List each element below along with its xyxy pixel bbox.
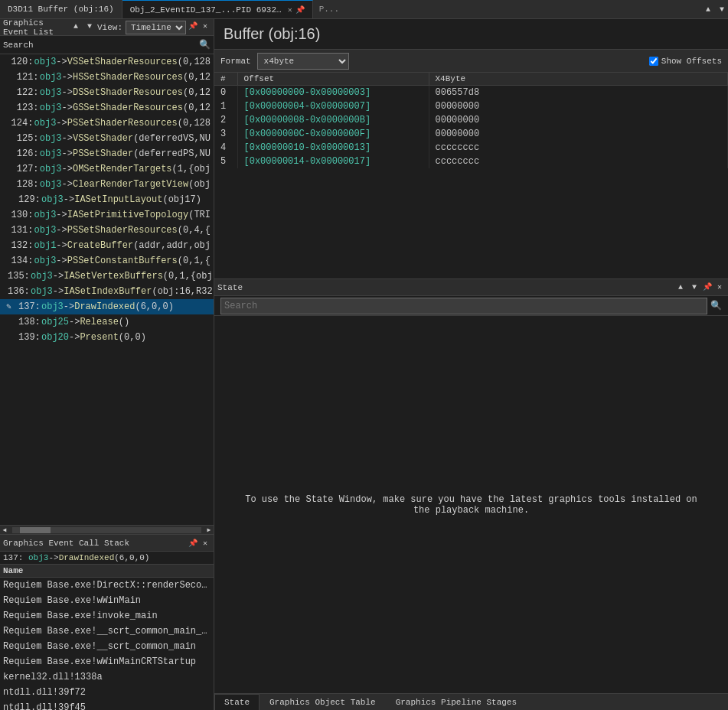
buffer-table-container[interactable]: #OffsetX4Byte 0[0x00000000-0x00000003]00… bbox=[214, 73, 728, 278]
event-list-item[interactable]: 130: obj3->IASetPrimitiveTopology(TRI bbox=[0, 207, 214, 223]
event-search-input[interactable] bbox=[37, 41, 199, 50]
event-list-item[interactable]: 139: obj20->Present(0,0) bbox=[0, 330, 214, 345]
event-obj: obj3 bbox=[31, 285, 53, 298]
callstack-item[interactable]: Requiem Base.exe!wWinMainCRTStartup bbox=[0, 654, 214, 669]
event-list-item[interactable]: 124: obj3->PSSetShaderResources(0,128 bbox=[0, 116, 214, 131]
event-list-item[interactable]: 126: obj3->PSSetShader(deferredPS,NU bbox=[0, 146, 214, 161]
callstack-item[interactable]: kernel32.dll!1338a bbox=[0, 669, 214, 685]
state-close-btn[interactable]: ✕ bbox=[714, 282, 725, 292]
event-obj: obj3 bbox=[40, 147, 62, 161]
state-pin-btn[interactable]: 📌 bbox=[702, 282, 713, 292]
callstack-item[interactable]: Requiem Base.exe!wWinMain bbox=[0, 593, 214, 608]
event-list-item[interactable]: 127: obj3->OMSetRenderTargets(1,{obj bbox=[0, 161, 214, 177]
event-params: (addr,addr,obj bbox=[133, 239, 211, 252]
event-method: GSSetShaderResources bbox=[73, 101, 183, 115]
state-nav-down-btn[interactable]: ▼ bbox=[688, 282, 700, 294]
event-list-hscrollbar[interactable]: ◀ ▶ bbox=[0, 525, 214, 534]
callstack-list[interactable]: Requiem Base.exe!DirectX::renderSecondPa… bbox=[0, 578, 214, 710]
buffer-row-index: 2 bbox=[214, 113, 237, 127]
buffer-table-row: 3[0x0000000C-0x0000000F]00000000 bbox=[214, 127, 728, 141]
show-offsets-checkbox[interactable] bbox=[649, 57, 658, 66]
event-nav-down-btn[interactable]: ▼ bbox=[83, 21, 96, 33]
bottom-tab-graphics-object-table[interactable]: Graphics Object Table bbox=[260, 694, 386, 710]
format-select[interactable]: x4bytefloatintuint bbox=[257, 53, 349, 70]
hscroll-track[interactable] bbox=[12, 527, 201, 533]
event-method: VSSetShaderResources bbox=[67, 55, 178, 69]
event-list-item[interactable]: 121: obj3->HSSetShaderResources(0,12 bbox=[0, 70, 214, 85]
event-arrow: -> bbox=[62, 162, 73, 176]
event-params: (obj17) bbox=[162, 193, 201, 207]
event-params: (0,1,{obj:1 bbox=[163, 269, 214, 283]
tab-nav-up[interactable]: ▲ bbox=[702, 3, 714, 15]
event-list-item[interactable]: 122: obj3->DSSetShaderResources(0,12 bbox=[0, 85, 214, 100]
event-list-item[interactable]: 120: obj3->VSSetShaderResources(0,128 bbox=[0, 54, 214, 70]
hscroll-thumb[interactable] bbox=[20, 527, 51, 533]
event-list-item[interactable]: 136: obj3->IASetIndexBuffer(obj:16,R32 bbox=[0, 284, 214, 299]
state-nav-up-btn[interactable]: ▲ bbox=[674, 282, 687, 294]
buffer-table-row: 5[0x00000014-0x00000017]cccccccc bbox=[214, 155, 728, 168]
event-method: CreateBuffer bbox=[67, 239, 133, 252]
event-list-item[interactable]: 138: obj25->Release() bbox=[0, 314, 214, 330]
callstack-subtitle-obj: obj3 bbox=[28, 553, 48, 562]
event-method: VSSetShader bbox=[73, 132, 133, 145]
callstack-col-name: Name bbox=[3, 566, 23, 575]
tab-vsgbuffer[interactable]: Obj_2_EventID_137_...PID 6932).vsgbuffer… bbox=[122, 0, 313, 18]
hscroll-right-arrow[interactable]: ▶ bbox=[204, 526, 214, 535]
callstack-item[interactable]: Requiem Base.exe!__scrt_common_main_seh bbox=[0, 624, 214, 639]
event-list-item[interactable]: 131: obj3->PSSetShaderResources(0,4,{ bbox=[0, 223, 214, 238]
event-list-item[interactable]: 135: obj3->IASetVertexBuffers(0,1,{obj:1 bbox=[0, 269, 214, 284]
event-list-item[interactable]: 134: obj3->PSSetConstantBuffers(0,1,{ bbox=[0, 253, 214, 269]
event-method: PSSetShader bbox=[73, 147, 133, 161]
event-list-item[interactable]: ✎137: obj3->DrawIndexed(6,0,0) bbox=[0, 299, 214, 314]
buffer-row-value: cccccccc bbox=[429, 155, 728, 168]
event-obj: obj3 bbox=[34, 116, 57, 130]
event-method: Release bbox=[80, 315, 118, 329]
event-num: 138: bbox=[18, 315, 41, 329]
tab-pin-icon[interactable]: 📌 bbox=[295, 5, 305, 15]
event-list[interactable]: 120: obj3->VSSetShaderResources(0,128121… bbox=[0, 54, 214, 525]
state-search-input[interactable] bbox=[220, 298, 707, 314]
event-nav-up-btn[interactable]: ▲ bbox=[70, 21, 82, 33]
event-list-item[interactable]: 125: obj3->VSSetShader(deferredVS,NU bbox=[0, 131, 214, 146]
tab-nav-down[interactable]: ▼ bbox=[716, 3, 728, 15]
event-method: IASetInputLayout bbox=[74, 193, 162, 207]
callstack-title: Graphics Event Call Stack bbox=[3, 539, 188, 548]
tab-d3d11-buffer[interactable]: D3D11 Buffer (obj:16) bbox=[0, 0, 122, 18]
callstack-item[interactable]: Requiem Base.exe!DirectX::renderSecondPa… bbox=[0, 578, 214, 593]
event-list-pin-btn[interactable]: 📌 bbox=[188, 21, 198, 31]
buffer-title-bar: Buffer (obj:16) bbox=[214, 19, 728, 50]
state-search-icon[interactable]: 🔍 bbox=[710, 300, 722, 311]
event-list-item[interactable]: 128: obj3->ClearRenderTargetView(obj bbox=[0, 177, 214, 192]
event-list-item[interactable]: 129: obj3->IASetInputLayout(obj17) bbox=[0, 192, 214, 207]
event-list-item[interactable]: 123: obj3->GSSetShaderResources(0,12 bbox=[0, 100, 214, 116]
event-obj: obj3 bbox=[41, 300, 64, 314]
event-obj: obj3 bbox=[40, 70, 62, 84]
event-params: (1,{obj bbox=[172, 162, 211, 176]
event-arrow: -> bbox=[53, 285, 64, 298]
event-params: (0,0) bbox=[119, 331, 146, 344]
event-num: 123: bbox=[17, 101, 40, 115]
callstack-pin-btn[interactable]: 📌 bbox=[188, 538, 198, 549]
event-params: (deferredPS,NU bbox=[133, 147, 211, 161]
event-search-icon[interactable]: 🔍 bbox=[199, 39, 211, 50]
event-num: 135: bbox=[8, 269, 31, 283]
event-list-close-btn[interactable]: ✕ bbox=[200, 21, 211, 31]
callstack-item[interactable]: Requiem Base.exe!__scrt_common_main bbox=[0, 639, 214, 654]
view-dropdown[interactable]: Timeline bbox=[126, 21, 186, 34]
callstack-item[interactable]: ntdll.dll!39f72 bbox=[0, 685, 214, 700]
bottom-tab-state[interactable]: State bbox=[214, 694, 260, 710]
event-obj: obj25 bbox=[41, 315, 69, 329]
callstack-item[interactable]: Requiem Base.exe!invoke_main bbox=[0, 608, 214, 624]
buffer-row-offset: [0x00000014-0x00000017] bbox=[237, 155, 429, 168]
bottom-tab-graphics-pipeline-stages[interactable]: Graphics Pipeline Stages bbox=[386, 694, 527, 710]
event-list-item[interactable]: 132: obj1->CreateBuffer(addr,addr,obj bbox=[0, 238, 214, 253]
hscroll-left-arrow[interactable]: ◀ bbox=[0, 526, 9, 535]
callstack-close-btn[interactable]: ✕ bbox=[200, 538, 211, 549]
event-num: 137: bbox=[18, 300, 41, 314]
tab-close-icon[interactable]: ✕ bbox=[288, 5, 292, 15]
buffer-table-row: 0[0x00000000-0x00000003]006557d8 bbox=[214, 86, 728, 100]
buffer-table-row: 2[0x00000008-0x0000000B]00000000 bbox=[214, 113, 728, 127]
event-obj: obj3 bbox=[40, 178, 62, 191]
callstack-item[interactable]: ntdll.dll!39f45 bbox=[0, 700, 214, 710]
buffer-col-header: X4Byte bbox=[429, 73, 728, 86]
